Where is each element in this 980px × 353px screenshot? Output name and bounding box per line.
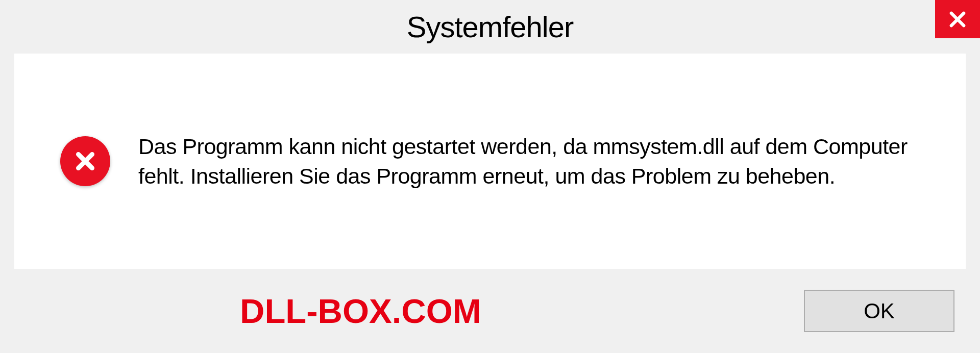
error-icon bbox=[60, 136, 110, 186]
footer: DLL-BOX.COM OK bbox=[0, 269, 980, 353]
error-icon-wrap bbox=[60, 136, 110, 186]
watermark-text: DLL-BOX.COM bbox=[240, 291, 481, 331]
close-icon bbox=[947, 9, 968, 30]
close-button[interactable] bbox=[935, 0, 980, 38]
error-dialog: Systemfehler Das Programm kann nicht ges… bbox=[0, 0, 980, 353]
error-message: Das Programm kann nicht gestartet werden… bbox=[138, 132, 935, 191]
ok-button[interactable]: OK bbox=[804, 290, 954, 332]
content-area: Das Programm kann nicht gestartet werden… bbox=[14, 54, 966, 269]
titlebar: Systemfehler bbox=[0, 0, 980, 54]
dialog-title: Systemfehler bbox=[407, 10, 573, 44]
